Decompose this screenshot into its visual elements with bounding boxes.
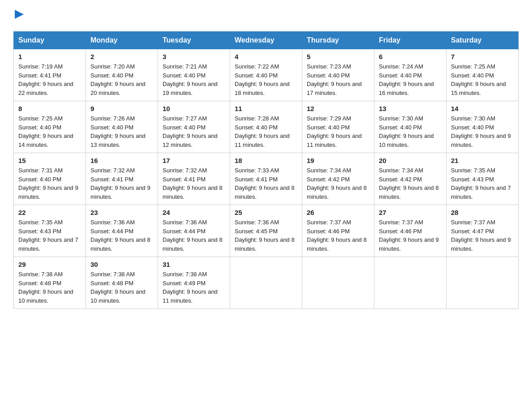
calendar-cell: 27 Sunrise: 7:37 AM Sunset: 4:46 PM Dayl… <box>374 205 446 257</box>
day-number: 31 <box>163 261 225 268</box>
day-number: 24 <box>163 209 225 216</box>
calendar-week-3: 15 Sunrise: 7:31 AM Sunset: 4:40 PM Dayl… <box>14 153 519 205</box>
calendar-cell: 2 Sunrise: 7:20 AM Sunset: 4:40 PM Dayli… <box>86 49 158 101</box>
day-number: 1 <box>18 53 81 60</box>
calendar-cell: 22 Sunrise: 7:35 AM Sunset: 4:43 PM Dayl… <box>14 205 86 257</box>
day-number: 11 <box>235 105 297 112</box>
day-info: Sunrise: 7:30 AM Sunset: 4:40 PM Dayligh… <box>451 114 514 149</box>
day-info: Sunrise: 7:32 AM Sunset: 4:41 PM Dayligh… <box>90 166 153 201</box>
header-monday: Monday <box>86 32 158 49</box>
calendar-cell: 7 Sunrise: 7:25 AM Sunset: 4:40 PM Dayli… <box>446 49 519 101</box>
day-number: 13 <box>379 105 442 112</box>
day-info: Sunrise: 7:38 AM Sunset: 4:49 PM Dayligh… <box>163 270 225 305</box>
day-info: Sunrise: 7:35 AM Sunset: 4:43 PM Dayligh… <box>18 218 81 253</box>
calendar-table: SundayMondayTuesdayWednesdayThursdayFrid… <box>13 31 519 309</box>
calendar-cell <box>230 257 302 309</box>
calendar-cell: 12 Sunrise: 7:29 AM Sunset: 4:40 PM Dayl… <box>302 101 374 153</box>
day-info: Sunrise: 7:36 AM Sunset: 4:44 PM Dayligh… <box>163 218 225 253</box>
day-number: 22 <box>18 209 81 216</box>
calendar-cell <box>374 257 446 309</box>
day-info: Sunrise: 7:31 AM Sunset: 4:40 PM Dayligh… <box>18 166 81 201</box>
calendar-cell <box>446 257 519 309</box>
day-number: 7 <box>451 53 514 60</box>
calendar-week-2: 8 Sunrise: 7:25 AM Sunset: 4:40 PM Dayli… <box>14 101 519 153</box>
day-number: 12 <box>307 105 369 112</box>
logo-triangle-icon <box>15 8 24 21</box>
calendar-week-5: 29 Sunrise: 7:38 AM Sunset: 4:48 PM Dayl… <box>14 257 519 309</box>
calendar-cell: 21 Sunrise: 7:35 AM Sunset: 4:43 PM Dayl… <box>446 153 519 205</box>
calendar-cell: 9 Sunrise: 7:26 AM Sunset: 4:40 PM Dayli… <box>86 101 158 153</box>
day-number: 21 <box>451 157 514 164</box>
svg-marker-0 <box>15 10 24 19</box>
calendar-header-row: SundayMondayTuesdayWednesdayThursdayFrid… <box>14 32 519 49</box>
calendar-cell: 6 Sunrise: 7:24 AM Sunset: 4:40 PM Dayli… <box>374 49 446 101</box>
calendar-cell: 23 Sunrise: 7:36 AM Sunset: 4:44 PM Dayl… <box>86 205 158 257</box>
day-number: 10 <box>163 105 225 112</box>
calendar-cell: 25 Sunrise: 7:36 AM Sunset: 4:45 PM Dayl… <box>230 205 302 257</box>
day-info: Sunrise: 7:34 AM Sunset: 4:42 PM Dayligh… <box>307 166 369 201</box>
day-info: Sunrise: 7:23 AM Sunset: 4:40 PM Dayligh… <box>307 62 369 97</box>
day-info: Sunrise: 7:34 AM Sunset: 4:42 PM Dayligh… <box>379 166 442 201</box>
day-info: Sunrise: 7:27 AM Sunset: 4:40 PM Dayligh… <box>163 114 225 149</box>
day-number: 2 <box>90 53 153 60</box>
calendar-cell <box>302 257 374 309</box>
calendar-week-4: 22 Sunrise: 7:35 AM Sunset: 4:43 PM Dayl… <box>14 205 519 257</box>
day-number: 9 <box>90 105 153 112</box>
day-number: 16 <box>90 157 153 164</box>
calendar-cell: 24 Sunrise: 7:36 AM Sunset: 4:44 PM Dayl… <box>158 205 230 257</box>
day-number: 3 <box>163 53 225 60</box>
calendar-cell: 15 Sunrise: 7:31 AM Sunset: 4:40 PM Dayl… <box>14 153 86 205</box>
day-number: 14 <box>451 105 514 112</box>
calendar-cell: 1 Sunrise: 7:19 AM Sunset: 4:41 PM Dayli… <box>14 49 86 101</box>
calendar-week-1: 1 Sunrise: 7:19 AM Sunset: 4:41 PM Dayli… <box>14 49 519 101</box>
day-number: 29 <box>18 261 81 268</box>
day-info: Sunrise: 7:30 AM Sunset: 4:40 PM Dayligh… <box>379 114 442 149</box>
calendar-cell: 20 Sunrise: 7:34 AM Sunset: 4:42 PM Dayl… <box>374 153 446 205</box>
day-info: Sunrise: 7:22 AM Sunset: 4:40 PM Dayligh… <box>235 62 297 97</box>
day-number: 23 <box>90 209 153 216</box>
header-friday: Friday <box>374 32 446 49</box>
day-info: Sunrise: 7:37 AM Sunset: 4:46 PM Dayligh… <box>307 218 369 253</box>
day-info: Sunrise: 7:36 AM Sunset: 4:45 PM Dayligh… <box>235 218 297 253</box>
header-saturday: Saturday <box>446 32 519 49</box>
logo <box>13 9 24 22</box>
header-thursday: Thursday <box>302 32 374 49</box>
day-info: Sunrise: 7:24 AM Sunset: 4:40 PM Dayligh… <box>379 62 442 97</box>
calendar-cell: 26 Sunrise: 7:37 AM Sunset: 4:46 PM Dayl… <box>302 205 374 257</box>
day-info: Sunrise: 7:32 AM Sunset: 4:41 PM Dayligh… <box>163 166 225 201</box>
day-number: 30 <box>90 261 153 268</box>
day-info: Sunrise: 7:20 AM Sunset: 4:40 PM Dayligh… <box>90 62 153 97</box>
day-number: 28 <box>451 209 514 216</box>
day-info: Sunrise: 7:38 AM Sunset: 4:48 PM Dayligh… <box>18 270 81 305</box>
calendar-cell: 18 Sunrise: 7:33 AM Sunset: 4:41 PM Dayl… <box>230 153 302 205</box>
calendar-cell: 17 Sunrise: 7:32 AM Sunset: 4:41 PM Dayl… <box>158 153 230 205</box>
calendar-cell: 3 Sunrise: 7:21 AM Sunset: 4:40 PM Dayli… <box>158 49 230 101</box>
calendar-cell: 5 Sunrise: 7:23 AM Sunset: 4:40 PM Dayli… <box>302 49 374 101</box>
day-number: 18 <box>235 157 297 164</box>
day-info: Sunrise: 7:29 AM Sunset: 4:40 PM Dayligh… <box>307 114 369 149</box>
day-number: 6 <box>379 53 442 60</box>
day-info: Sunrise: 7:25 AM Sunset: 4:40 PM Dayligh… <box>451 62 514 97</box>
header-tuesday: Tuesday <box>158 32 230 49</box>
day-number: 8 <box>18 105 81 112</box>
calendar-cell: 14 Sunrise: 7:30 AM Sunset: 4:40 PM Dayl… <box>446 101 519 153</box>
calendar-cell: 19 Sunrise: 7:34 AM Sunset: 4:42 PM Dayl… <box>302 153 374 205</box>
day-number: 19 <box>307 157 369 164</box>
day-info: Sunrise: 7:25 AM Sunset: 4:40 PM Dayligh… <box>18 114 81 149</box>
calendar-cell: 10 Sunrise: 7:27 AM Sunset: 4:40 PM Dayl… <box>158 101 230 153</box>
day-info: Sunrise: 7:37 AM Sunset: 4:47 PM Dayligh… <box>451 218 514 253</box>
header-wednesday: Wednesday <box>230 32 302 49</box>
day-info: Sunrise: 7:35 AM Sunset: 4:43 PM Dayligh… <box>451 166 514 201</box>
day-info: Sunrise: 7:26 AM Sunset: 4:40 PM Dayligh… <box>90 114 153 149</box>
day-number: 5 <box>307 53 369 60</box>
page-header <box>13 9 519 22</box>
day-number: 17 <box>163 157 225 164</box>
calendar-cell: 30 Sunrise: 7:38 AM Sunset: 4:48 PM Dayl… <box>86 257 158 309</box>
day-number: 20 <box>379 157 442 164</box>
header-sunday: Sunday <box>14 32 86 49</box>
day-info: Sunrise: 7:33 AM Sunset: 4:41 PM Dayligh… <box>235 166 297 201</box>
day-number: 15 <box>18 157 81 164</box>
calendar-cell: 8 Sunrise: 7:25 AM Sunset: 4:40 PM Dayli… <box>14 101 86 153</box>
day-number: 4 <box>235 53 297 60</box>
calendar-cell: 28 Sunrise: 7:37 AM Sunset: 4:47 PM Dayl… <box>446 205 519 257</box>
